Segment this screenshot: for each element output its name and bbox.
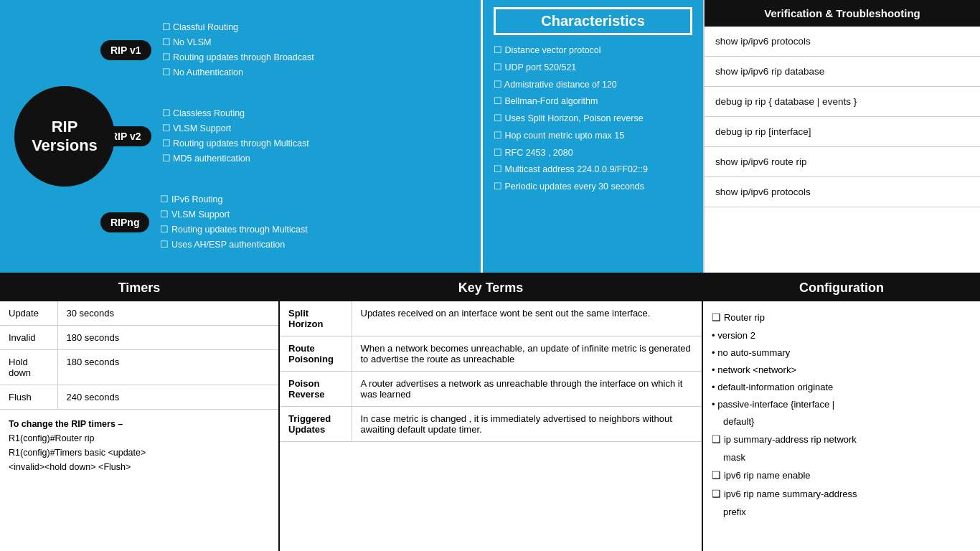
rip-circle-line1: RIP bbox=[52, 118, 78, 136]
timers-title: Timers bbox=[0, 275, 278, 301]
config-network: network <network> bbox=[712, 362, 971, 379]
timer-row-update: Update 30 seconds bbox=[0, 301, 278, 326]
version-badge-ng: RIPng bbox=[100, 212, 149, 232]
v2-feature-2: VLSM Support bbox=[162, 121, 309, 136]
timer-value-holddown: 180 seconds bbox=[57, 350, 278, 385]
keyterm-row-triggered-updates: TriggeredUpdates In case metric is chang… bbox=[280, 407, 702, 442]
keyterm-row-route-poisoning: RoutePoisoning When a network becomes un… bbox=[280, 336, 702, 372]
verification-panel: Verification & Troubleshooting show ip/i… bbox=[703, 0, 980, 273]
v1-feature-3: Routing updates through Broadcast bbox=[162, 50, 314, 65]
verification-item-5: show ip/ipv6 route rip bbox=[705, 147, 980, 177]
config-no-auto-summary: no auto-summary bbox=[712, 344, 971, 362]
char-item-6: Hop count metric upto max 15 bbox=[494, 128, 692, 145]
timer-row-flush: Flush 240 seconds bbox=[0, 385, 278, 410]
keyterms-table: SplitHorizon Updates received on an inte… bbox=[280, 301, 702, 442]
timer-label-update: Update bbox=[0, 301, 57, 326]
version-row-ng: RIPng IPv6 Routing VLSM Support Routing … bbox=[115, 187, 481, 259]
version-row-v1: RIP v1 Classful Routing No VLSM Routing … bbox=[115, 14, 481, 87]
char-item-9: Periodic updates every 30 seconds bbox=[494, 179, 692, 196]
keyterm-label-triggered-updates: TriggeredUpdates bbox=[280, 407, 352, 442]
characteristics-list: Distance vector protocol UDP port 520/52… bbox=[494, 42, 692, 196]
timer-row-invalid: Invalid 180 seconds bbox=[0, 326, 278, 350]
characteristics-panel: Characteristics Distance vector protocol… bbox=[481, 0, 703, 273]
timer-label-holddown: Hold down bbox=[0, 350, 57, 385]
timer-value-update: 30 seconds bbox=[57, 301, 278, 326]
main-container: RIP Versions RIP v1 Classful Routing No … bbox=[0, 0, 980, 551]
timers-change-heading: To change the RIP timers – bbox=[9, 419, 123, 429]
config-ipv6-rip-summary-cont: prefix bbox=[723, 504, 971, 521]
keyterms-title: Key Terms bbox=[280, 275, 702, 301]
config-router-rip: Router rip bbox=[712, 309, 971, 327]
char-item-1: Distance vector protocol bbox=[494, 42, 692, 60]
verification-item-6: show ip/ipv6 protocols bbox=[705, 177, 980, 207]
timers-change-cmd1: R1(config)#Router rip bbox=[9, 433, 95, 443]
bottom-section: Timers Update 30 seconds Invalid 180 sec… bbox=[0, 273, 980, 551]
char-item-4: Bellman-Ford algorithm bbox=[494, 93, 692, 110]
v1-feature-1: Classful Routing bbox=[162, 20, 314, 35]
verification-item-3: debug ip rip { database | events } bbox=[705, 87, 980, 117]
timers-table: Update 30 seconds Invalid 180 seconds Ho… bbox=[0, 301, 278, 410]
config-passive-interface-cont: default} bbox=[723, 413, 971, 430]
char-item-7: RFC 2453 , 2080 bbox=[494, 145, 692, 162]
v1-feature-4: No Authentication bbox=[162, 65, 314, 80]
timer-label-invalid: Invalid bbox=[0, 326, 57, 350]
timer-value-invalid: 180 seconds bbox=[57, 326, 278, 350]
char-item-3: Admistrative distance of 120 bbox=[494, 77, 692, 94]
ng-feature-2: VLSM Support bbox=[160, 207, 307, 222]
timer-value-flush: 240 seconds bbox=[57, 385, 278, 410]
keyterm-row-split-horizon: SplitHorizon Updates received on an inte… bbox=[280, 301, 702, 336]
config-content: Router rip version 2 no auto-summary net… bbox=[703, 301, 980, 528]
timer-label-flush: Flush bbox=[0, 385, 57, 410]
timer-row-holddown: Hold down 180 seconds bbox=[0, 350, 278, 385]
version-features-v2: Classless Routing VLSM Support Routing u… bbox=[162, 106, 309, 167]
v1-feature-2: No VLSM bbox=[162, 35, 314, 50]
timers-change-cmd3: <invalid><hold down> <Flush> bbox=[9, 462, 131, 472]
rip-circle-line2: Versions bbox=[32, 136, 98, 155]
verification-title: Verification & Troubleshooting bbox=[705, 0, 980, 27]
rip-circle: RIP Versions bbox=[14, 86, 115, 187]
version-badge-v1: RIP v1 bbox=[100, 40, 151, 60]
verification-item-1: show ip/ipv6 protocols bbox=[705, 27, 980, 57]
keyterm-def-triggered-updates: In case metric is changed , it is immedi… bbox=[352, 407, 702, 442]
characteristics-title: Characteristics bbox=[494, 7, 692, 35]
timers-panel: Timers Update 30 seconds Invalid 180 sec… bbox=[0, 275, 280, 551]
char-item-5: Uses Split Horizon, Poison reverse bbox=[494, 110, 692, 128]
rip-versions-panel: RIP Versions RIP v1 Classful Routing No … bbox=[0, 0, 481, 273]
ng-feature-1: IPv6 Routing bbox=[160, 192, 307, 207]
ng-feature-3: Routing updates through Multicast bbox=[160, 222, 307, 237]
version-row-v2: RIP v2 Classless Routing VLSM Support Ro… bbox=[115, 100, 481, 173]
config-passive-interface: passive-interface {interface | bbox=[712, 396, 971, 413]
keyterm-label-split-horizon: SplitHorizon bbox=[280, 301, 352, 336]
keyterms-panel: Key Terms SplitHorizon Updates received … bbox=[280, 275, 703, 551]
verification-item-4: debug ip rip [interface] bbox=[705, 117, 980, 147]
versions-list: RIP v1 Classful Routing No VLSM Routing … bbox=[115, 0, 481, 273]
version-features-ng: IPv6 Routing VLSM Support Routing update… bbox=[160, 192, 307, 253]
config-version2: version 2 bbox=[712, 327, 971, 344]
version-features-v1: Classful Routing No VLSM Routing updates… bbox=[162, 20, 314, 81]
keyterm-def-route-poisoning: When a network becomes unreachable, an u… bbox=[352, 336, 702, 372]
keyterm-label-poison-reverse: PoisonReverse bbox=[280, 372, 352, 407]
config-ip-summary-cont: mask bbox=[723, 449, 971, 466]
keyterm-row-poison-reverse: PoisonReverse A router advertises a netw… bbox=[280, 372, 702, 407]
ng-feature-4: Uses AH/ESP authentication bbox=[160, 237, 307, 253]
config-title: Configuration bbox=[703, 275, 980, 301]
keyterm-def-poison-reverse: A router advertises a network as unreach… bbox=[352, 372, 702, 407]
keyterm-label-route-poisoning: RoutePoisoning bbox=[280, 336, 352, 372]
verification-list: show ip/ipv6 protocols show ip/ipv6 rip … bbox=[705, 27, 980, 207]
config-panel: Configuration Router rip version 2 no au… bbox=[703, 275, 980, 551]
config-ip-summary: ip summary-address rip network bbox=[712, 430, 971, 449]
timers-change-cmd2: R1(config)#Timers basic <update> bbox=[9, 448, 146, 458]
timers-change-text: To change the RIP timers – R1(config)#Ro… bbox=[0, 410, 278, 481]
char-item-8: Multicast address 224.0.0.9/FF02::9 bbox=[494, 161, 692, 179]
v2-feature-1: Classless Routing bbox=[162, 106, 309, 121]
v2-feature-4: MD5 authentication bbox=[162, 151, 309, 166]
config-default-info: default-information originate bbox=[712, 379, 971, 396]
config-ipv6-rip-summary: ipv6 rip name summary-address bbox=[712, 485, 971, 504]
verification-item-2: show ip/ipv6 rip database bbox=[705, 57, 980, 87]
char-item-2: UDP port 520/521 bbox=[494, 60, 692, 77]
keyterm-def-split-horizon: Updates received on an interface wont be… bbox=[352, 301, 702, 336]
top-section: RIP Versions RIP v1 Classful Routing No … bbox=[0, 0, 980, 273]
v2-feature-3: Routing updates through Multicast bbox=[162, 136, 309, 151]
config-ipv6-rip-enable: ipv6 rip name enable bbox=[712, 466, 971, 485]
